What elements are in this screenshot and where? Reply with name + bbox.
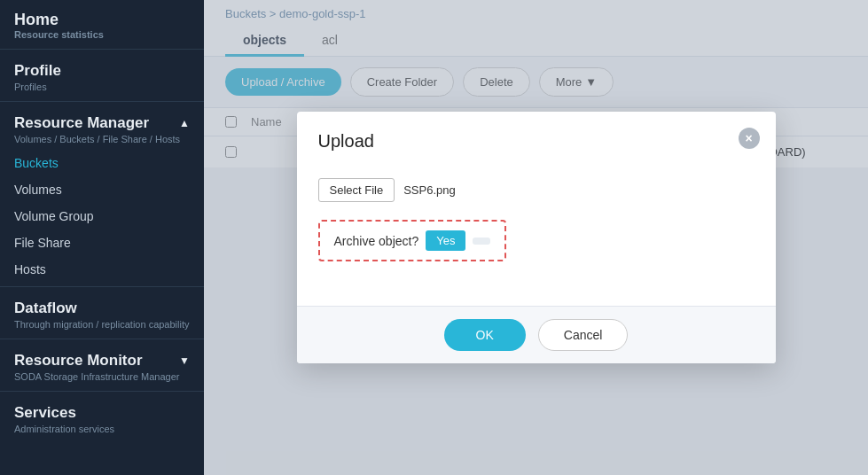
sidebar-item-hosts[interactable]: Hosts <box>0 256 204 283</box>
main-content: Buckets > demo-gold-ssp-1 objects acl Up… <box>204 0 868 475</box>
ok-button[interactable]: OK <box>444 319 526 351</box>
home-label[interactable]: Home <box>14 11 190 29</box>
sidebar: Home Resource statistics Profile Profile… <box>0 0 204 475</box>
cancel-button[interactable]: Cancel <box>538 319 629 351</box>
sidebar-item-volume-group[interactable]: Volume Group <box>0 203 204 230</box>
sidebar-item-file-share[interactable]: File Share <box>0 230 204 256</box>
dialog-title: Upload <box>318 131 374 151</box>
services-title[interactable]: Services <box>14 404 190 422</box>
dialog-body: Select File SSP6.png Archive object? Yes <box>297 164 776 306</box>
services-section: Services Administration services <box>0 395 204 440</box>
home-sub: Resource statistics <box>14 29 190 40</box>
resource-monitor-title[interactable]: Resource Monitor ▼ <box>14 352 190 370</box>
archive-label: Archive object? <box>334 234 419 248</box>
profile-sub: Profiles <box>14 82 190 92</box>
sidebar-item-buckets[interactable]: Buckets <box>0 150 204 176</box>
sidebar-home[interactable]: Home Resource statistics <box>0 0 204 45</box>
upload-dialog: Upload × Select File SSP6.png Archive ob… <box>297 112 776 363</box>
chevron-up-icon: ▲ <box>179 117 190 129</box>
file-name-label: SSP6.png <box>403 183 456 197</box>
resource-monitor-section: Resource Monitor ▼ SODA Storage Infrastr… <box>0 343 204 387</box>
dialog-close-button[interactable]: × <box>739 128 760 149</box>
chevron-down-icon: ▼ <box>179 354 190 367</box>
toggle-yes-button[interactable]: Yes <box>426 230 465 251</box>
modal-overlay: Upload × Select File SSP6.png Archive ob… <box>204 0 868 475</box>
archive-object-row: Archive object? Yes <box>318 220 507 261</box>
toggle-no-button[interactable] <box>473 238 490 245</box>
file-select-row: Select File SSP6.png <box>318 178 755 202</box>
resource-manager-sub: Volumes / Buckets / File Share / Hosts <box>14 134 190 144</box>
sidebar-item-volumes[interactable]: Volumes <box>0 176 204 203</box>
dialog-footer: OK Cancel <box>297 306 776 363</box>
sidebar-profile-section: Profile Profiles <box>0 53 204 97</box>
resource-manager-section: Resource Manager ▲ Volumes / Buckets / F… <box>0 105 204 150</box>
select-file-button[interactable]: Select File <box>318 178 395 202</box>
dialog-header: Upload × <box>297 112 776 164</box>
resource-manager-title[interactable]: Resource Manager ▲ <box>14 114 190 132</box>
dataflow-section: Dataflow Through migration / replication… <box>0 291 204 335</box>
dataflow-title[interactable]: Dataflow <box>14 300 190 317</box>
dataflow-sub: Through migration / replication capabili… <box>14 319 190 330</box>
services-sub: Administration services <box>14 424 190 434</box>
resource-monitor-sub: SODA Storage Infrastructure Manager <box>14 371 190 382</box>
profile-title[interactable]: Profile <box>14 62 190 80</box>
